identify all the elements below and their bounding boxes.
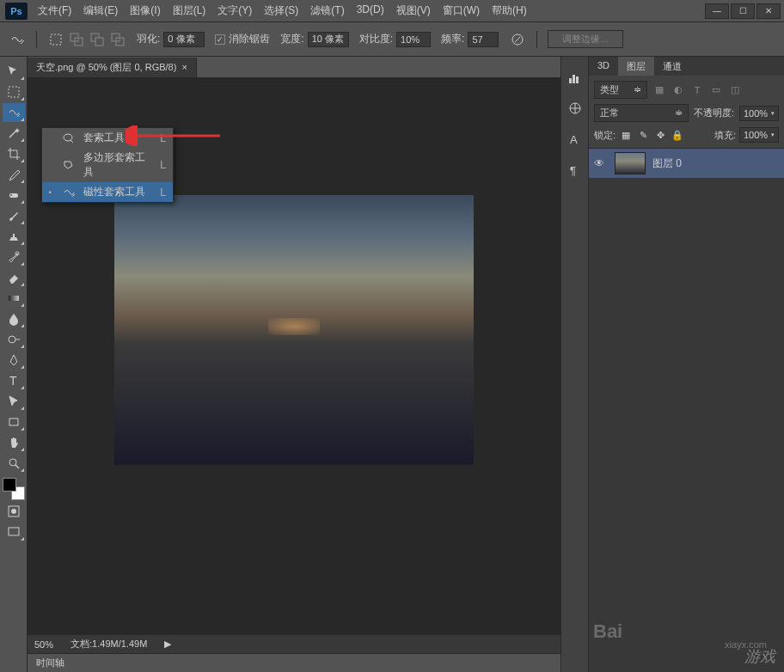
eyedropper-tool[interactable] xyxy=(3,165,25,184)
blend-mode-dropdown[interactable]: 正常≑ xyxy=(594,104,689,122)
menu-view[interactable]: 视图(V) xyxy=(391,0,436,21)
quickmask-tool[interactable] xyxy=(3,502,25,521)
hand-tool[interactable] xyxy=(3,433,25,452)
healing-brush-tool[interactable] xyxy=(3,186,25,205)
histogram-icon[interactable] xyxy=(565,67,585,88)
magnetic-lasso-icon xyxy=(61,186,77,199)
paragraph-icon[interactable]: ¶ xyxy=(565,160,585,180)
width-input[interactable] xyxy=(308,32,349,47)
eraser-tool[interactable] xyxy=(3,268,25,287)
tab-channels[interactable]: 通道 xyxy=(654,57,690,76)
menu-type[interactable]: 文字(Y) xyxy=(212,0,257,21)
add-selection-icon[interactable] xyxy=(68,31,85,48)
flyout-polygonal-lasso[interactable]: 多边形套索工具 L xyxy=(42,148,173,182)
document-tabs: 天空.png @ 50% (图层 0, RGB/8) × xyxy=(28,57,560,77)
visibility-icon[interactable]: 👁 xyxy=(594,157,608,169)
options-bar: 羽化: ✓ 消除锯齿 宽度: 对比度: 频率: 调整边缘... xyxy=(0,22,784,57)
menu-select[interactable]: 选择(S) xyxy=(259,0,303,21)
document-canvas[interactable] xyxy=(114,195,474,465)
tool-preset-icon[interactable] xyxy=(9,31,26,48)
filter-kind-dropdown[interactable]: 类型≑ xyxy=(594,81,647,99)
screenmode-tool[interactable] xyxy=(3,522,25,541)
filter-smart-icon[interactable]: ◫ xyxy=(728,83,742,97)
adjustments-icon[interactable] xyxy=(565,98,585,119)
antialias-label: 消除锯齿 xyxy=(229,32,270,46)
history-brush-tool[interactable] xyxy=(3,247,25,266)
path-selection-tool[interactable] xyxy=(3,392,25,411)
intersect-selection-icon[interactable] xyxy=(109,31,126,48)
doc-size-info[interactable]: 文档:1.49M/1.49M xyxy=(70,638,147,651)
menubar: 文件(F) 编辑(E) 图像(I) 图层(L) 文字(Y) 选择(S) 滤镜(T… xyxy=(33,0,532,21)
pen-tool[interactable] xyxy=(3,351,25,370)
lock-pixels-icon[interactable]: ✎ xyxy=(636,128,650,142)
zoom-tool[interactable] xyxy=(3,454,25,473)
menu-window[interactable]: 窗口(W) xyxy=(438,0,485,21)
status-arrow-icon[interactable]: ▶ xyxy=(164,638,171,650)
flyout-lasso[interactable]: 套索工具 L xyxy=(42,128,173,148)
layer-name[interactable]: 图层 0 xyxy=(652,156,682,171)
filter-shape-icon[interactable]: ▭ xyxy=(709,83,723,97)
tab-layers[interactable]: 图层 xyxy=(618,57,654,76)
menu-filter[interactable]: 滤镜(T) xyxy=(305,0,349,21)
lock-all-icon[interactable]: 🔒 xyxy=(671,128,684,142)
marquee-tool[interactable] xyxy=(3,82,25,101)
flyout-shortcut: L xyxy=(160,186,166,199)
svg-rect-15 xyxy=(9,418,18,425)
svg-point-16 xyxy=(9,459,16,466)
opacity-input[interactable]: 100%▾ xyxy=(739,106,779,121)
lock-label: 锁定: xyxy=(594,129,616,142)
foreground-color[interactable] xyxy=(3,478,16,492)
document-tab[interactable]: 天空.png @ 50% (图层 0, RGB/8) × xyxy=(28,58,197,77)
timeline-panel-tab[interactable]: 时间轴 xyxy=(28,653,560,672)
refine-edge-button[interactable]: 调整边缘... xyxy=(548,30,622,48)
lock-position-icon[interactable]: ✥ xyxy=(653,128,667,142)
opacity-label: 不透明度: xyxy=(694,107,734,119)
svg-rect-21 xyxy=(573,75,575,83)
frequency-input[interactable] xyxy=(468,32,499,47)
menu-layer[interactable]: 图层(L) xyxy=(168,0,211,21)
minimize-button[interactable]: — xyxy=(705,3,729,19)
close-tab-icon[interactable]: × xyxy=(181,62,187,72)
tools-panel: T xyxy=(0,57,28,672)
type-tool[interactable]: T xyxy=(3,371,25,390)
lasso-tool[interactable] xyxy=(3,103,25,122)
blur-tool[interactable] xyxy=(3,309,25,328)
lock-transparent-icon[interactable]: ▦ xyxy=(619,128,633,142)
menu-image[interactable]: 图像(I) xyxy=(125,0,165,21)
gradient-tool[interactable] xyxy=(3,289,25,308)
character-icon[interactable]: A xyxy=(565,129,585,150)
layer-thumbnail[interactable] xyxy=(615,152,646,174)
flyout-magnetic-lasso[interactable]: ▪ 磁性套索工具 L xyxy=(42,182,173,202)
menu-file[interactable]: 文件(F) xyxy=(33,0,77,21)
color-swatch[interactable] xyxy=(3,478,25,500)
clone-stamp-tool[interactable] xyxy=(3,227,25,246)
filter-pixel-icon[interactable]: ▦ xyxy=(652,83,666,97)
fill-input[interactable]: 100%▾ xyxy=(739,127,779,143)
close-button[interactable]: ✕ xyxy=(756,3,781,19)
flyout-shortcut: L xyxy=(160,132,166,144)
tab-3d[interactable]: 3D xyxy=(589,57,618,76)
layer-row[interactable]: 👁 图层 0 xyxy=(589,149,784,178)
menu-edit[interactable]: 编辑(E) xyxy=(78,0,123,21)
filter-adjust-icon[interactable]: ◐ xyxy=(671,83,685,97)
flyout-shortcut: L xyxy=(160,159,166,171)
move-tool[interactable] xyxy=(3,62,25,81)
menu-help[interactable]: 帮助(H) xyxy=(487,0,532,21)
contrast-input[interactable] xyxy=(396,32,431,47)
maximize-button[interactable]: ☐ xyxy=(731,3,755,19)
crop-tool[interactable] xyxy=(3,144,25,163)
brush-tool[interactable] xyxy=(3,206,25,225)
rectangle-tool[interactable] xyxy=(3,412,25,431)
new-selection-icon[interactable] xyxy=(47,31,64,48)
flyout-label: 磁性套索工具 xyxy=(83,185,153,199)
dodge-tool[interactable] xyxy=(3,330,25,349)
feather-input[interactable] xyxy=(163,32,205,47)
lasso-icon xyxy=(61,132,77,144)
tablet-pressure-icon[interactable] xyxy=(509,31,526,48)
magic-wand-tool[interactable] xyxy=(3,124,25,143)
subtract-selection-icon[interactable] xyxy=(89,31,106,48)
filter-type-icon[interactable]: T xyxy=(690,83,704,97)
antialias-checkbox[interactable]: ✓ xyxy=(215,34,225,45)
zoom-level[interactable]: 50% xyxy=(34,639,53,650)
menu-3d[interactable]: 3D(D) xyxy=(352,0,389,21)
